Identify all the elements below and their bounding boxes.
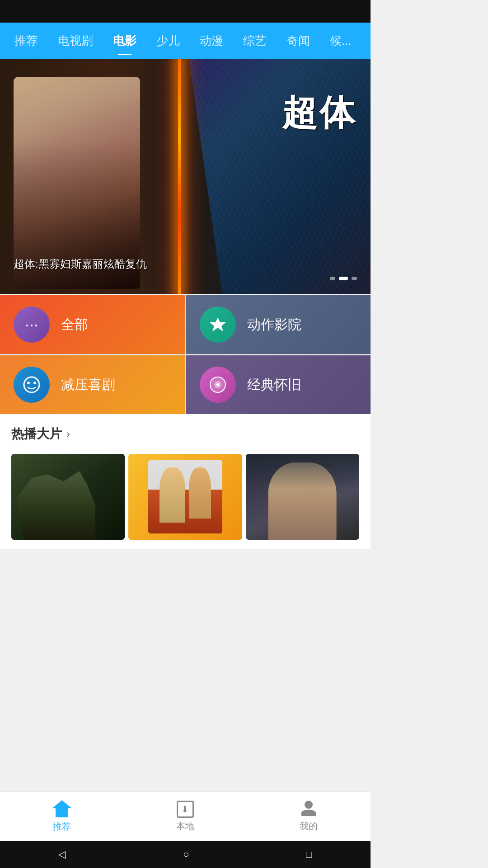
category-comedy-label: 减压喜剧 <box>61 376 115 394</box>
movie-thumb-3 <box>246 454 359 540</box>
category-classic[interactable]: 经典怀旧 <box>186 355 371 414</box>
category-all-icon: ··· <box>14 307 50 343</box>
hot-section: 热播大片 › <box>0 414 371 549</box>
hot-section-title: 热播大片 <box>11 425 62 443</box>
svg-point-3 <box>33 382 36 384</box>
category-action[interactable]: 动作影院 <box>186 295 371 354</box>
category-classic-label: 经典怀旧 <box>247 376 301 394</box>
svg-point-6 <box>216 383 219 386</box>
nav-tabs: 推荐 电视剧 电影 少儿 动漫 综艺 奇闻 候... <box>0 23 371 59</box>
hero-dot-1[interactable] <box>330 277 335 280</box>
hero-dot-3[interactable] <box>352 277 357 280</box>
hero-movie-subtitle: 超体:黑寡妇斯嘉丽炫酷复仇 <box>14 257 147 271</box>
tab-movie[interactable]: 电影 <box>103 23 146 59</box>
hero-banner[interactable]: 超体 超体:黑寡妇斯嘉丽炫酷复仇 <box>0 59 371 294</box>
category-grid: ··· 全部 动作影院 减压喜剧 <box>0 295 371 414</box>
hot-section-header: 热播大片 › <box>0 414 371 449</box>
hero-indicator-dots <box>330 277 357 280</box>
movie-card-3[interactable] <box>246 454 359 540</box>
status-bar <box>0 0 371 23</box>
category-action-label: 动作影院 <box>247 316 301 334</box>
tab-recommend[interactable]: 推荐 <box>5 23 48 59</box>
hero-dot-2[interactable] <box>339 277 348 280</box>
tab-anime[interactable]: 动漫 <box>190 23 233 59</box>
tab-tv[interactable]: 电视剧 <box>48 23 103 59</box>
category-action-icon <box>200 307 236 343</box>
hero-fire-crack <box>178 59 181 294</box>
hero-movie-title: 超体 <box>282 95 357 130</box>
movie-row <box>0 449 371 549</box>
svg-point-2 <box>27 382 30 384</box>
movie-card-1[interactable] <box>11 454 125 540</box>
category-comedy[interactable]: 减压喜剧 <box>0 355 185 414</box>
tab-variety[interactable]: 综艺 <box>233 23 277 59</box>
category-comedy-icon <box>14 367 50 403</box>
tab-kids[interactable]: 少儿 <box>146 23 190 59</box>
category-all-label: 全部 <box>61 316 88 334</box>
tab-news[interactable]: 奇闻 <box>277 23 320 59</box>
movie-card-2[interactable] <box>128 454 242 540</box>
movie-thumb-1 <box>11 454 125 540</box>
category-all[interactable]: ··· 全部 <box>0 295 185 354</box>
dino-shape <box>16 471 95 540</box>
tab-more[interactable]: 候... <box>320 23 361 59</box>
category-classic-icon <box>200 367 236 403</box>
svg-marker-0 <box>210 317 226 331</box>
hot-section-arrow[interactable]: › <box>66 428 70 440</box>
movie-thumb-2 <box>128 454 242 540</box>
svg-point-1 <box>24 377 39 392</box>
